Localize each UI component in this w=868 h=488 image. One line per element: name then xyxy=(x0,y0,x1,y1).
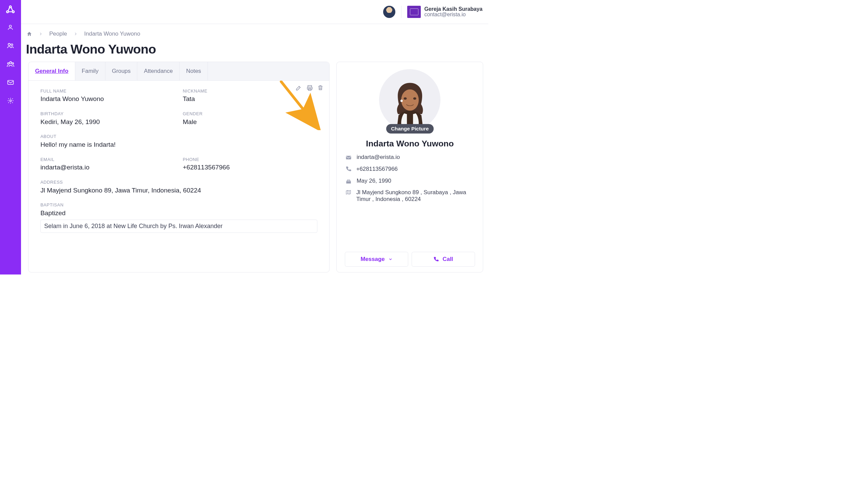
tab-family[interactable]: Family xyxy=(75,62,105,80)
call-button[interactable]: Call xyxy=(412,252,475,267)
summary-phone: +628113567966 xyxy=(356,166,398,172)
summary-name: Indarta Wono Yuwono xyxy=(366,139,454,148)
summary-address: Jl Mayjend Sungkono 89 , Surabaya , Jawa… xyxy=(356,189,474,203)
svg-point-4 xyxy=(8,43,10,45)
value-full-name: Indarta Wono Yuwono xyxy=(40,95,175,103)
map-icon xyxy=(346,189,351,195)
app-logo-icon xyxy=(5,5,15,15)
delete-icon[interactable] xyxy=(317,85,323,91)
value-address: Jl Mayjend Sungkono 89, Jawa Timur, Indo… xyxy=(40,187,317,194)
label-phone: PHONE xyxy=(183,157,317,162)
user-avatar[interactable] xyxy=(383,6,395,18)
topbar: Gereja Kasih Surabaya contact@erista.io xyxy=(21,0,488,24)
org-badge-icon xyxy=(407,6,421,18)
svg-point-5 xyxy=(11,44,13,46)
summary-card: Change Picture Indarta Wono Yuwono indar… xyxy=(336,62,483,272)
org-name: Gereja Kasih Surabaya xyxy=(425,6,483,12)
breadcrumb: People Indarta Wono Yuwono xyxy=(24,29,485,37)
phone-icon xyxy=(433,257,439,262)
svg-rect-17 xyxy=(347,181,351,183)
sidebar-item-mail[interactable] xyxy=(5,77,16,88)
sidebar-item-settings[interactable] xyxy=(5,95,16,106)
value-nickname: Tata xyxy=(183,95,317,103)
svg-point-14 xyxy=(401,89,419,110)
edit-icon[interactable] xyxy=(295,85,302,91)
svg-point-0 xyxy=(9,6,12,8)
svg-point-6 xyxy=(9,62,12,64)
phone-icon xyxy=(346,166,351,172)
value-about: Hello! my name is Indarta! xyxy=(40,141,317,148)
svg-point-8 xyxy=(12,63,14,64)
home-icon[interactable] xyxy=(26,31,32,37)
svg-point-10 xyxy=(9,100,11,101)
label-email: EMAIL xyxy=(40,157,175,162)
value-gender: Male xyxy=(183,118,317,126)
summary-email: indarta@erista.io xyxy=(357,154,400,161)
chevron-right-icon xyxy=(39,32,42,36)
svg-rect-16 xyxy=(346,156,351,159)
svg-point-3 xyxy=(9,25,12,27)
page-title: Indarta Wono Yuwono xyxy=(26,42,486,57)
svg-point-1 xyxy=(7,11,9,13)
message-button-label: Message xyxy=(360,256,384,263)
tab-attendance[interactable]: Attendance xyxy=(137,62,180,80)
org-email: contact@erista.io xyxy=(425,12,483,18)
label-address: ADDRESS xyxy=(40,180,317,185)
sidebar xyxy=(0,0,21,274)
svg-point-2 xyxy=(13,11,15,13)
label-birthday: BIRTHDAY xyxy=(40,111,175,116)
breadcrumb-people[interactable]: People xyxy=(49,30,67,37)
value-email: indarta@erista.io xyxy=(40,164,175,171)
tabs: General Info Family Groups Attendance No… xyxy=(28,62,329,81)
org-switcher[interactable]: Gereja Kasih Surabaya contact@erista.io xyxy=(401,6,482,18)
label-gender: GENDER xyxy=(183,111,317,116)
tab-notes[interactable]: Notes xyxy=(180,62,208,80)
label-baptisan: BAPTISAN xyxy=(40,202,317,207)
tab-groups[interactable]: Groups xyxy=(105,62,138,80)
label-full-name: FULL NAME xyxy=(40,88,175,94)
call-button-label: Call xyxy=(442,256,453,263)
value-phone: +628113567966 xyxy=(183,164,317,171)
mail-icon xyxy=(346,155,352,161)
sidebar-item-person[interactable] xyxy=(5,22,16,33)
message-button[interactable]: Message xyxy=(345,252,408,267)
detail-card: General Info Family Groups Attendance No… xyxy=(28,62,330,272)
value-baptisan: Baptized xyxy=(40,209,317,217)
sidebar-item-people[interactable] xyxy=(5,40,16,51)
summary-birthday: May 26, 1990 xyxy=(357,178,391,184)
change-picture-button[interactable]: Change Picture xyxy=(386,124,434,134)
profile-avatar xyxy=(379,69,440,130)
chevron-down-icon xyxy=(389,257,392,261)
print-icon[interactable] xyxy=(307,85,313,91)
tab-general-info[interactable]: General Info xyxy=(28,62,75,80)
value-birthday: Kediri, May 26, 1990 xyxy=(40,118,175,126)
svg-point-15 xyxy=(400,100,403,102)
sidebar-item-groups[interactable] xyxy=(5,59,16,69)
svg-point-7 xyxy=(7,63,9,64)
chevron-right-icon xyxy=(74,32,77,36)
cake-icon xyxy=(346,178,352,184)
label-about: ABOUT xyxy=(40,134,317,139)
breadcrumb-current: Indarta Wono Yuwono xyxy=(84,30,140,37)
value-baptisan-detail: Selam in June 6, 2018 at New Life Church… xyxy=(40,220,317,233)
svg-rect-9 xyxy=(8,80,14,84)
